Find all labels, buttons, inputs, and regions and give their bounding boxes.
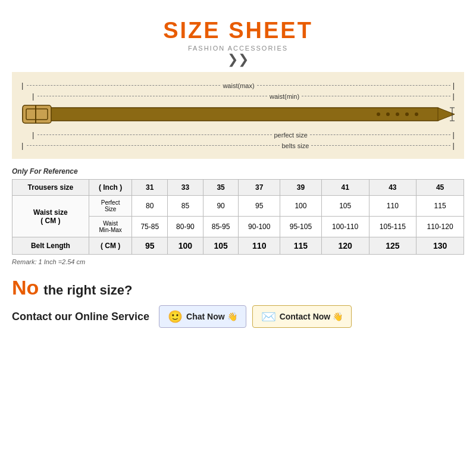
no-text: No bbox=[12, 276, 39, 299]
bl-125: 125 bbox=[369, 237, 416, 255]
right-size-text: the right size? bbox=[43, 283, 132, 298]
svg-point-7 bbox=[405, 112, 409, 116]
col-35: 35 bbox=[203, 180, 239, 196]
bl-110: 110 bbox=[239, 237, 280, 255]
wm-90-100: 90-100 bbox=[239, 217, 280, 237]
size-table: Trousers size ( Inch ) 31 33 35 37 39 41… bbox=[12, 179, 464, 255]
ps-100: 100 bbox=[280, 196, 322, 217]
bl-100: 100 bbox=[168, 237, 203, 255]
waist-min-row: | waist(min) | bbox=[32, 92, 455, 101]
waist-max-row: | waist(max) | bbox=[21, 81, 455, 90]
subtitle: FASHION ACCESSORIES bbox=[188, 45, 288, 52]
bl-120: 120 bbox=[321, 237, 369, 255]
wm-105-115: 105-115 bbox=[369, 217, 416, 237]
wm-110-120: 110-120 bbox=[416, 217, 464, 237]
svg-point-5 bbox=[386, 112, 390, 116]
no-right-size-line: No the right size? bbox=[12, 276, 464, 299]
svg-rect-1 bbox=[23, 105, 51, 123]
ps-85: 85 bbox=[168, 196, 203, 217]
belt-visual: width bbox=[21, 103, 455, 128]
inch-label: ( Inch ) bbox=[89, 180, 132, 196]
ps-115: 115 bbox=[416, 196, 464, 217]
col-33: 33 bbox=[168, 180, 203, 196]
perfect-size-row: | perfect size | bbox=[32, 130, 455, 139]
col-31: 31 bbox=[132, 180, 168, 196]
reference-label: Only For Reference bbox=[12, 167, 78, 176]
wm-80-90: 80-90 bbox=[168, 217, 203, 237]
hand-icon-chat: 👋 bbox=[227, 312, 237, 321]
col-41: 41 bbox=[321, 180, 369, 196]
belts-size-row: | belts size | bbox=[21, 141, 455, 150]
ps-110: 110 bbox=[369, 196, 416, 217]
belt-diagram: | waist(max) | | waist(min) | bbox=[12, 72, 464, 159]
wm-75-85: 75-85 bbox=[132, 217, 168, 237]
belt-length-unit: ( CM ) bbox=[89, 237, 132, 255]
bottom-section: No the right size? Contact our Online Se… bbox=[12, 276, 464, 328]
svg-point-6 bbox=[396, 112, 399, 116]
col-37: 37 bbox=[239, 180, 280, 196]
wm-85-95: 85-95 bbox=[203, 217, 239, 237]
wm-95-105: 95-105 bbox=[280, 217, 322, 237]
remark: Remark: 1 Inch =2.54 cm bbox=[12, 258, 85, 265]
perfect-size-label: PerfectSize bbox=[89, 196, 132, 217]
page: SIZE SHEET FASHION ACCESSORIES ❯❯ | wais… bbox=[0, 0, 476, 476]
chat-now-button[interactable]: 🙂 Chat Now 👋 bbox=[159, 305, 246, 328]
contact-now-button[interactable]: ✉️ Contact Now 👋 bbox=[252, 305, 352, 328]
chat-icon: 🙂 bbox=[168, 309, 183, 324]
svg-point-4 bbox=[377, 112, 380, 116]
hand-icon-contact: 👋 bbox=[333, 312, 343, 321]
ps-95: 95 bbox=[239, 196, 280, 217]
bl-105: 105 bbox=[203, 237, 239, 255]
contact-row: Contact our Online Service 🙂 Chat Now 👋 … bbox=[12, 305, 464, 328]
col-39: 39 bbox=[280, 180, 322, 196]
bl-95: 95 bbox=[132, 237, 168, 255]
ps-105: 105 bbox=[321, 196, 369, 217]
waist-min-max-label: WaistMin-Max bbox=[89, 217, 132, 237]
page-title: SIZE SHEET bbox=[163, 18, 313, 43]
col-43: 43 bbox=[369, 180, 416, 196]
mail-icon: ✉️ bbox=[261, 309, 276, 324]
chevrons-icon: ❯❯ bbox=[227, 53, 249, 66]
belt-length-label: Belt Length bbox=[12, 237, 89, 255]
bl-115: 115 bbox=[280, 237, 322, 255]
trousers-size-label: Trousers size bbox=[12, 180, 89, 196]
contact-service-label: Contact our Online Service bbox=[12, 311, 149, 323]
ps-80: 80 bbox=[132, 196, 168, 217]
svg-point-8 bbox=[415, 112, 418, 116]
wm-100-110: 100-110 bbox=[321, 217, 369, 237]
waist-size-label: Waist size( CM ) bbox=[12, 196, 89, 237]
bl-130: 130 bbox=[416, 237, 464, 255]
contact-now-label: Contact Now bbox=[280, 312, 331, 321]
ps-90: 90 bbox=[203, 196, 239, 217]
chat-now-label: Chat Now bbox=[186, 312, 225, 321]
col-45: 45 bbox=[416, 180, 464, 196]
